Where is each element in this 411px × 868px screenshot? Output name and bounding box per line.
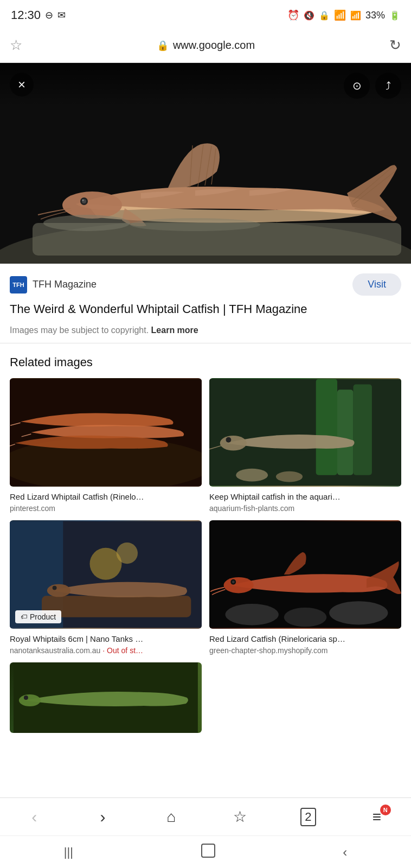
home-system-icon — [201, 844, 215, 858]
back-icon: ‹ — [31, 808, 37, 826]
mute-icon: 🔇 — [304, 10, 314, 21]
menu-button[interactable]: ≡ N — [361, 803, 393, 831]
svg-point-9 — [62, 192, 122, 219]
related-image-1 — [10, 378, 202, 487]
battery-icon: 🔋 — [389, 10, 400, 21]
list-item[interactable]: Red Lizard Catfish (Rineloricaria sp… gr… — [209, 520, 401, 655]
svg-point-43 — [232, 580, 235, 583]
related-image-4 — [209, 520, 401, 629]
svg-point-45 — [19, 694, 41, 706]
share-icon: ⤴ — [386, 80, 391, 92]
list-item[interactable]: Red Lizard Whiptail Catfish (Rinelo… pin… — [10, 378, 202, 513]
svg-point-29 — [226, 437, 231, 443]
svg-point-33 — [117, 542, 138, 564]
status-right: ⏰ 🔇 🔒 📶 📶 33% 🔋 — [287, 9, 400, 21]
source-favicon: TFH — [10, 276, 27, 293]
visit-button[interactable]: Visit — [352, 273, 401, 296]
svg-point-46 — [24, 695, 28, 700]
svg-point-27 — [276, 471, 303, 482]
hero-image-container: × ⊙ ⤴ — [0, 63, 411, 264]
svg-point-12 — [82, 200, 84, 201]
time: 12:30 — [11, 8, 41, 22]
browser-bottom-nav: ‹ › ⌂ ☆ 2 ≡ N — [0, 797, 411, 835]
related-source-4: green-chapter-shop.myshopify.com — [209, 646, 401, 655]
list-item[interactable]: Keep Whiptail catfish in the aquari… aqu… — [209, 378, 401, 513]
notification-badge: N — [380, 805, 391, 815]
related-source-3: nanotanksaustralia.com.au — [10, 646, 100, 655]
status-bar: 12:30 ⊖ ✉ ⏰ 🔇 🔒 📶 📶 33% 🔋 — [0, 0, 411, 28]
recents-icon: ||| — [64, 845, 73, 859]
hero-actions: ⊙ ⤴ — [344, 73, 401, 99]
home-system-button[interactable] — [201, 844, 215, 861]
back-button[interactable]: ‹ — [18, 803, 50, 831]
related-label-4: Red Lizard Catfish (Rineloricaria sp… — [209, 633, 401, 644]
list-item[interactable]: 🏷 Product Royal Whiptails 6cm | Nano Tan… — [10, 520, 202, 655]
minus-circle-icon: ⊖ — [45, 9, 53, 21]
related-image-5 — [10, 662, 202, 733]
mail-icon: ✉ — [57, 9, 66, 21]
svg-point-39 — [284, 608, 327, 627]
system-nav: ||| ‹ — [0, 835, 411, 868]
wifi-icon: 📶 — [334, 9, 346, 21]
related-label-2: Keep Whiptail catfish in the aquari… — [209, 491, 401, 502]
svg-rect-34 — [42, 596, 191, 617]
star-icon: ☆ — [233, 808, 247, 826]
url-text: www.google.com — [173, 39, 255, 52]
lock-icon: 🔒 — [319, 10, 330, 21]
svg-point-14 — [43, 215, 130, 231]
related-label-1: Red Lizard Whiptail Catfish (Rinelo… — [10, 491, 202, 502]
back-system-icon: ‹ — [343, 845, 347, 859]
back-system-button[interactable]: ‹ — [343, 845, 347, 860]
source-name: TFH Magazine — [33, 279, 97, 290]
home-button[interactable]: ⌂ — [155, 803, 188, 831]
svg-point-26 — [236, 469, 268, 482]
lens-search-button[interactable]: ⊙ — [344, 73, 370, 99]
svg-rect-22 — [209, 379, 401, 486]
alarm-icon: ⏰ — [287, 9, 299, 21]
share-button[interactable]: ⤴ — [375, 73, 401, 99]
svg-point-35 — [47, 584, 70, 597]
tabs-button[interactable]: 2 — [292, 803, 324, 831]
related-source-row-3: nanotanksaustralia.com.au · Out of st… — [10, 646, 202, 655]
url-bar[interactable]: 🔒 www.google.com — [29, 39, 383, 52]
svg-point-28 — [220, 436, 247, 451]
svg-rect-25 — [354, 384, 372, 475]
product-badge: 🏷 Product — [15, 610, 61, 623]
learn-more-link[interactable]: Learn more — [151, 326, 198, 335]
close-icon: × — [18, 77, 25, 92]
svg-rect-23 — [316, 379, 337, 475]
related-label-3: Royal Whiptails 6cm | Nano Tanks … — [10, 633, 202, 644]
related-source-1: pinterest.com — [10, 504, 202, 513]
signal-icon: 📶 — [350, 10, 361, 21]
source-info: TFH TFH Magazine Visit The Weird & Wonde… — [0, 264, 411, 343]
ssl-lock-icon: 🔒 — [157, 40, 169, 52]
lens-icon: ⊙ — [352, 79, 362, 92]
home-icon: ⌂ — [166, 808, 176, 826]
related-source-2: aquarium-fish-plants.com — [209, 504, 401, 513]
related-images-grid: Red Lizard Whiptail Catfish (Rinelo… pin… — [10, 378, 401, 655]
source-left: TFH TFH Magazine — [10, 276, 97, 293]
reload-button[interactable]: ↻ — [389, 37, 401, 54]
svg-point-40 — [329, 601, 388, 624]
tag-icon: 🏷 — [21, 613, 27, 621]
close-button[interactable]: × — [10, 73, 34, 97]
forward-button[interactable]: › — [86, 803, 119, 831]
copyright-text: Images may be subject to copyright. Lear… — [10, 326, 401, 335]
recents-button[interactable]: ||| — [64, 845, 73, 859]
svg-point-15 — [130, 218, 260, 231]
related-item-5[interactable] — [10, 662, 202, 733]
product-badge-label: Product — [30, 612, 56, 621]
browser-bar: ☆ 🔒 www.google.com ↻ — [0, 28, 411, 63]
source-title: The Weird & Wonderful Whiptail Catfish |… — [10, 301, 401, 318]
status-left: 12:30 ⊖ ✉ — [11, 8, 66, 22]
bookmark-button[interactable]: ☆ — [223, 803, 256, 831]
related-image-3: 🏷 Product — [10, 520, 202, 629]
related-images-title: Related images — [10, 355, 401, 369]
source-row: TFH TFH Magazine Visit — [10, 273, 401, 296]
forward-icon: › — [100, 808, 105, 826]
svg-rect-24 — [337, 390, 354, 475]
svg-point-38 — [226, 604, 279, 625]
related-images-section: Related images Red Lizard Whiptail Cat — [0, 343, 411, 733]
bookmark-icon[interactable]: ☆ — [10, 37, 22, 54]
related-image-2 — [209, 378, 401, 487]
